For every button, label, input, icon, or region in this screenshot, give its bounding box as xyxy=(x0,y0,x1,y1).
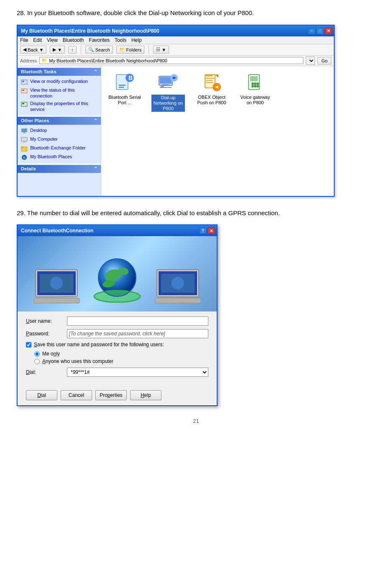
display-props-icon xyxy=(21,101,28,108)
sidebar-item-display-props[interactable]: Display the properties of this service xyxy=(18,100,101,113)
menu-bluetooth[interactable]: Bluetooth xyxy=(63,37,84,43)
up-button[interactable]: ↑ xyxy=(68,46,77,54)
collapse-icon[interactable]: ⌃ xyxy=(94,69,97,75)
explorer-sidebar: Bluetooth Tasks ⌃ View or modify configu… xyxy=(18,66,101,196)
radio-anyone-label: Anyone who uses this computer xyxy=(42,358,113,364)
back-label: Back xyxy=(28,47,38,52)
obex-push-label: OBEX Object Push on P800 xyxy=(195,95,228,106)
explorer-content: Bluetooth Tasks ⌃ View or modify configu… xyxy=(18,66,334,196)
go-button[interactable]: Go xyxy=(318,57,331,64)
address-field[interactable]: 📁 My Bluetooth Places\Entire Bluetooth N… xyxy=(39,57,303,64)
password-input[interactable] xyxy=(67,329,208,338)
menu-file[interactable]: File xyxy=(20,37,28,43)
radio-anyone[interactable] xyxy=(34,359,40,364)
menu-tools[interactable]: Tools xyxy=(115,37,126,43)
address-dropdown[interactable] xyxy=(306,57,315,65)
svg-rect-10 xyxy=(22,142,26,142)
dial-underline: D xyxy=(26,369,30,375)
sidebar-item-desktop[interactable]: Desktop xyxy=(18,126,101,135)
svg-marker-28 xyxy=(215,75,218,78)
dialog-image xyxy=(18,236,217,311)
bluetooth-serial-port-label: Bluetooth Serial Port ... xyxy=(108,95,141,106)
help-button[interactable]: Help xyxy=(130,390,161,400)
svg-rect-3 xyxy=(22,90,24,91)
sidebar-other-places-items: Desktop My Computer Bluetooth Exchange F… xyxy=(18,125,101,163)
username-label: User name: xyxy=(26,318,64,324)
svg-rect-19 xyxy=(119,87,124,88)
forward-button[interactable]: ▶ ▼ xyxy=(50,46,65,54)
toolbar-separator xyxy=(81,46,81,54)
svg-rect-7 xyxy=(23,132,25,134)
menu-help[interactable]: Help xyxy=(131,37,142,43)
folders-icon: 📁 xyxy=(119,47,125,52)
explorer-window: My Bluetooth Places\Entire Bluetooth Nei… xyxy=(17,25,335,197)
back-dropdown-icon: ▼ xyxy=(39,47,44,52)
dialog-buttons: Dial Cancel Properties Help xyxy=(18,387,217,405)
sidebar-section-details: Details ⌃ xyxy=(18,165,101,196)
svg-point-46 xyxy=(50,277,63,289)
search-button[interactable]: 🔍 Search xyxy=(85,46,113,54)
forward-icon: ▶ xyxy=(53,47,56,52)
toolbar-separator-2 xyxy=(149,46,149,54)
svg-rect-25 xyxy=(162,85,169,85)
file-obex-push[interactable]: OBEX Object Push on P800 xyxy=(195,73,228,112)
my-computer-label: My Computer xyxy=(30,136,58,142)
svg-rect-6 xyxy=(21,129,27,132)
svg-rect-23 xyxy=(160,87,172,88)
search-icon: 🔍 xyxy=(88,47,94,52)
sidebar-section-details-header: Details ⌃ xyxy=(18,165,101,173)
back-button[interactable]: ◀ Back ▼ xyxy=(20,46,46,54)
radio-me-only[interactable] xyxy=(34,351,40,357)
minimize-button[interactable]: – xyxy=(308,28,315,34)
cancel-button[interactable]: Cancel xyxy=(61,390,92,400)
svg-rect-27 xyxy=(206,75,213,76)
radio-group: Me only Anyone who uses this computer xyxy=(26,351,208,364)
view-status-label: View the status of this connection xyxy=(30,87,97,99)
sidebar-item-my-bluetooth-places[interactable]: B My Bluetooth Places xyxy=(18,153,101,162)
svg-point-37 xyxy=(254,82,256,85)
sidebar-item-view-status[interactable]: View the status of this connection xyxy=(18,86,101,100)
collapse-other-icon[interactable]: ⌃ xyxy=(94,118,97,124)
menu-edit[interactable]: Edit xyxy=(33,37,42,43)
svg-rect-35 xyxy=(250,76,258,81)
dialog-close-button[interactable]: ✕ xyxy=(208,227,215,234)
close-button[interactable]: ✕ xyxy=(325,28,332,34)
dial-button[interactable]: Dial xyxy=(26,390,57,400)
maximize-button[interactable]: □ xyxy=(316,28,324,34)
file-voice-gateway[interactable]: Voice gateway on P800 xyxy=(238,73,272,112)
file-dialup-networking[interactable]: Dial-up Networking on P800 xyxy=(151,73,185,112)
sidebar-section-bluetooth-tasks-header: Bluetooth Tasks ⌃ xyxy=(18,68,101,76)
voice-gateway-icon xyxy=(245,73,265,93)
menu-view[interactable]: View xyxy=(47,37,58,43)
file-bluetooth-serial-port[interactable]: B Bluetooth Serial Port ... xyxy=(108,73,141,112)
svg-rect-21 xyxy=(160,77,172,84)
sidebar-item-modify-config[interactable]: View or modify configuration xyxy=(18,77,101,86)
dial-select[interactable]: *99***1# xyxy=(67,368,208,377)
dialog-form: User name: Password: Save this user name… xyxy=(18,311,217,387)
desktop-label: Desktop xyxy=(30,127,47,133)
save-checkbox[interactable] xyxy=(26,342,31,347)
folders-button[interactable]: 📁 Folders xyxy=(116,46,145,54)
forward-dropdown-icon: ▼ xyxy=(57,47,62,52)
svg-rect-56 xyxy=(155,298,201,303)
svg-rect-1 xyxy=(22,81,24,82)
voice-gateway-label: Voice gateway on P800 xyxy=(238,95,272,106)
sidebar-bluetooth-tasks-items: View or modify configuration View the st… xyxy=(18,76,101,115)
username-input[interactable] xyxy=(67,317,208,326)
svg-rect-5 xyxy=(22,103,24,104)
radio-anyone-row: Anyone who uses this computer xyxy=(34,358,208,364)
sidebar-item-exchange-folder[interactable]: Bluetooth Exchange Folder xyxy=(18,144,101,153)
menu-favorites[interactable]: Favorites xyxy=(89,37,110,43)
properties-button[interactable]: Properties xyxy=(95,390,127,400)
collapse-details-icon[interactable]: ⌃ xyxy=(94,166,97,172)
sidebar-details-items xyxy=(18,173,101,196)
page-number: 21 xyxy=(17,418,375,424)
my-computer-icon xyxy=(21,136,28,143)
svg-rect-8 xyxy=(21,137,27,141)
dialog-title: Connect BluetoothConnection xyxy=(21,228,93,234)
views-button[interactable]: ☷ ▼ xyxy=(153,46,169,54)
dialog-help-button[interactable]: ? xyxy=(199,227,207,234)
exchange-folder-label: Bluetooth Exchange Folder xyxy=(30,145,86,151)
save-checkbox-label: Save this user name and password for the… xyxy=(34,342,164,347)
sidebar-item-my-computer[interactable]: My Computer xyxy=(18,135,101,144)
